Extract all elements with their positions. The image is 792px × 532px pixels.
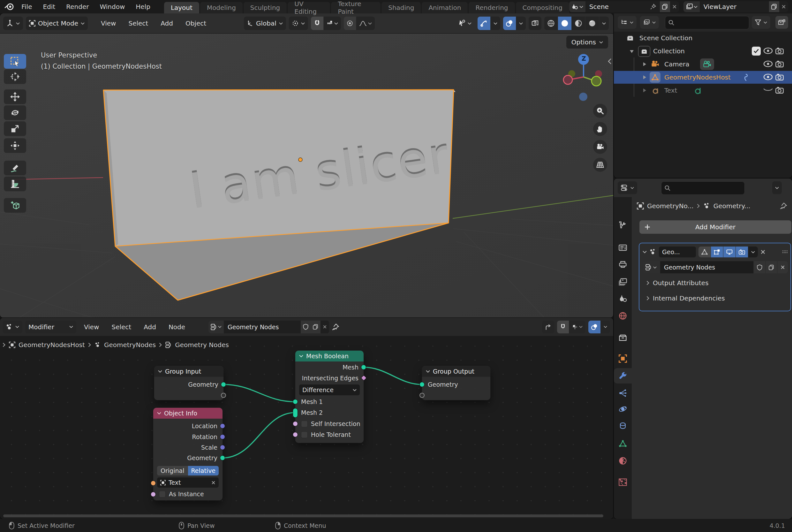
viewlayer-browse-button[interactable] [683,1,700,12]
tool-move[interactable] [4,90,26,104]
modifier-extras-dropdown[interactable] [748,247,758,258]
input-socket-object[interactable] [151,480,156,486]
output-socket-geometry[interactable] [220,455,225,460]
outliner-row-geometrynodeshost[interactable]: GeometryNodesHost [614,71,792,84]
input-socket-mesh2-multi[interactable] [293,408,298,418]
row-label[interactable]: Collection [653,45,685,57]
render-camera-icon[interactable] [775,86,784,94]
self-intersection-row[interactable]: Self Intersection [301,419,361,429]
overlays-settings-dropdown[interactable] [516,17,526,30]
modifier-group-browse-button[interactable] [643,261,659,273]
new-collection-button[interactable] [775,16,788,29]
pin-node-group-icon[interactable] [332,323,339,330]
breadcrumb-group-name[interactable]: Geometry Nodes [175,341,229,349]
scene-new-button[interactable] [660,1,670,12]
viewport-camera-button[interactable] [593,140,607,154]
row-label[interactable]: GeometryNodesHost [664,71,731,84]
disclosure-triangle-icon[interactable] [630,50,634,53]
tab-texture-paint[interactable]: Texture Paint [331,2,381,14]
modifier-fake-user-toggle[interactable] [754,261,765,273]
shading-solid-button[interactable] [558,17,572,30]
output-socket-virtual[interactable] [221,393,226,398]
sidebar-collapse-arrow[interactable] [609,59,611,64]
cage-display-toggle[interactable] [711,247,723,258]
output-socket-intersecting-edges[interactable] [361,375,366,381]
remove-modifier-icon[interactable] [760,249,766,254]
viewport-menu-select[interactable]: Select [123,14,153,33]
original-button[interactable]: Original [157,466,188,475]
tab-output[interactable] [614,257,632,272]
node-mesh-boolean[interactable]: Mesh Boolean Mesh Intersecting Edges Dif… [295,350,364,443]
properties-editor-type-button[interactable] [618,182,637,194]
tab-compositing[interactable]: Compositing [516,2,569,14]
tree-type-dropdown[interactable]: Modifier [25,321,76,334]
node-editor-canvas[interactable]: GeometryNodesHost GeometryNodes Geometry… [0,336,613,519]
tab-modifiers[interactable] [614,368,632,383]
close-icon[interactable] [211,480,215,485]
viewlayer-new-button[interactable] [769,1,779,12]
modifier-group-unlink-button[interactable] [778,261,788,273]
shading-rendered-button[interactable] [585,17,599,30]
node-group-unlink-button[interactable] [321,321,329,334]
node-group-browse-button[interactable] [209,321,224,334]
hole-tolerant-checkbox[interactable] [301,432,308,438]
shading-settings-dropdown[interactable] [599,17,609,30]
outliner-search-input[interactable] [665,16,749,30]
node-header[interactable]: Object Info [153,408,223,419]
proportional-editing-toggle[interactable] [344,17,356,30]
shading-material-button[interactable] [572,17,585,30]
object-field[interactable]: Text [157,477,219,488]
output-socket-mesh[interactable] [361,365,366,370]
disclosure-triangle-icon[interactable] [643,89,646,92]
properties-options-dropdown[interactable] [772,182,782,194]
node-editor-type-button[interactable] [3,321,22,334]
options-button[interactable]: Options [566,36,608,49]
outliner-row-text[interactable]: Text [614,84,792,97]
node-overlays-dropdown[interactable] [601,321,610,334]
section-internal-dependencies[interactable]: Internal Dependencies [646,294,725,302]
tool-measure[interactable] [4,176,26,191]
node-header[interactable]: Group Output [422,366,490,377]
edit-mode-display-toggle[interactable] [698,247,711,258]
object-type-visibility-dropdown[interactable] [456,17,475,30]
fake-user-toggle[interactable] [301,321,311,334]
chevron-down-icon[interactable] [643,251,647,253]
outliner-row-scene-collection[interactable]: Scene Collection [614,32,792,44]
hole-tolerant-row[interactable]: Hole Tolerant [301,430,351,440]
viewport-menu-view[interactable]: View [96,14,121,33]
tab-material[interactable] [614,453,632,469]
node-menu-node[interactable]: Node [164,318,190,336]
tab-animation[interactable]: Animation [422,2,468,14]
menu-edit[interactable]: Edit [37,0,61,14]
pin-icon[interactable] [650,4,656,10]
gizmo-settings-dropdown[interactable] [491,17,500,30]
relative-button[interactable]: Relative [188,466,219,475]
pin-icon[interactable] [780,203,787,209]
outliner-filter-dropdown[interactable] [752,16,770,29]
node-snap-settings-dropdown[interactable] [569,321,585,334]
row-label[interactable]: Scene Collection [639,32,692,44]
node-group-input[interactable]: Group Input Geometry [154,366,224,400]
input-socket-as-instance[interactable] [151,492,156,497]
input-socket-geometry[interactable] [420,382,425,387]
scene-unlink-button[interactable] [670,1,679,12]
node-snap-toggle[interactable] [557,321,569,334]
tab-object[interactable] [614,351,632,366]
outliner-filter-mode-dropdown[interactable] [640,16,659,29]
viewlayer-remove-button[interactable] [779,1,788,12]
tab-modeling[interactable]: Modeling [200,2,243,14]
font-data-icon[interactable] [694,86,702,95]
tab-object-data[interactable] [614,436,632,451]
horizontal-scrollbar[interactable] [3,514,603,517]
modifier-name-field[interactable]: Geo... [659,247,696,258]
node-overlays-toggle[interactable] [588,321,600,334]
viewport-3d[interactable]: I am slicer I am slicer Z [0,33,613,318]
show-overlays-toggle[interactable] [503,17,516,30]
node-group-name[interactable]: Geometry Nodes [224,321,301,334]
modifier-indicator-icon[interactable] [743,73,749,82]
pivot-point-dropdown[interactable] [289,17,308,30]
show-gizmo-toggle[interactable] [478,17,490,30]
mode-dropdown[interactable]: Object Mode [26,17,88,30]
eye-closed-icon[interactable] [763,88,773,93]
viewport-zoom-button[interactable] [593,104,607,118]
